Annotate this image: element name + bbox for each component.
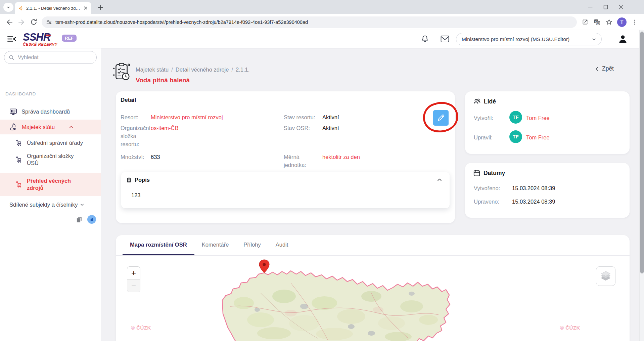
back-button[interactable] (3, 16, 15, 28)
edit-button[interactable] (433, 110, 449, 126)
asset-hand-icon (9, 123, 17, 131)
notifications-bell-icon[interactable] (421, 35, 429, 43)
map-marker-pin[interactable] (259, 260, 269, 273)
scrollbar-thumb[interactable] (640, 32, 644, 273)
search-icon (8, 54, 15, 61)
dates-heading: Datumy (484, 170, 505, 177)
updated-value: 15.03.2024 08:39 (512, 198, 555, 206)
cart-icon (15, 139, 22, 146)
people-icon (473, 98, 481, 105)
people-heading: Lidé (484, 98, 496, 105)
sidebar-item-organizacni-slozky-usu[interactable]: Organizační složky ÚSÚ (0, 151, 101, 169)
tab-close-icon[interactable] (83, 5, 89, 11)
tab-komentare[interactable]: Komentáře (194, 235, 236, 255)
new-tab-button[interactable] (96, 3, 105, 12)
map-layers-button[interactable] (596, 266, 615, 286)
back-button[interactable]: Zpět (595, 65, 614, 72)
browser-tab[interactable]: 2.1.1. - Detail věcného zdroje - (15, 2, 91, 14)
window-close-button[interactable] (613, 0, 629, 14)
browser-profile-avatar[interactable]: T (617, 17, 627, 27)
logo-secondary-text: ČESKÉ REZERVY (23, 42, 57, 46)
avatar[interactable]: TF (509, 130, 522, 143)
environment-badge: REF (62, 35, 77, 42)
screen: 2.1.1. - Detail věcného zdroje - tsm-ssh… (0, 0, 644, 341)
layers-icon (600, 270, 612, 282)
stav-osr-label: Stav OSR: (284, 124, 310, 132)
calendar-icon (473, 169, 480, 177)
open-in-new-icon[interactable] (579, 16, 591, 28)
clipboard-icon (126, 177, 132, 183)
stav-osr-value: Aktivní (322, 124, 339, 132)
zoom-out-button[interactable]: − (127, 280, 140, 292)
svg-text:G: G (597, 22, 599, 25)
czech-republic-map (116, 256, 629, 341)
search-input[interactable] (18, 54, 92, 60)
detail-heading: Detail (121, 97, 136, 103)
people-card-header: Lidé (473, 98, 496, 105)
zoom-in-button[interactable]: + (127, 267, 140, 280)
org-slozka-value-link[interactable]: os-item-ČB (151, 124, 179, 132)
user-profile-icon[interactable] (618, 34, 628, 44)
updated-label: Upraveno: (474, 198, 499, 206)
updated-by-label: Upravil: (474, 134, 493, 142)
tab-search-button[interactable] (3, 3, 13, 12)
tab-bar: Mapa rozmístění OSR Komentáře Přílohy Au… (116, 235, 630, 256)
tab-audit[interactable]: Audit (268, 235, 296, 255)
window-maximize-button[interactable] (598, 0, 613, 14)
address-bar[interactable]: tsm-sshr-prod.datalite.cloud/nouzove-hos… (42, 16, 577, 28)
browser-menu-kebab-icon[interactable] (629, 16, 641, 28)
favicon-signal-icon (18, 5, 24, 11)
sshr-logo[interactable]: SSHR ČESKÉ REZERVY (23, 32, 57, 46)
stav-resortu-label: Stav resortu: (284, 114, 315, 122)
stav-resortu-value: Aktivní (322, 114, 339, 122)
bookmark-star-icon[interactable] (603, 16, 615, 28)
merna-jednotka-label: Měrná jednotka: (284, 153, 314, 169)
sidebar-item-sprava-dashboardu[interactable]: Správa dashboardů (0, 104, 101, 119)
sidebar-toggle-button[interactable] (7, 35, 17, 43)
window-minimize-button[interactable] (583, 0, 598, 14)
sidebar-item-label: Přehled věcných zdrojů (27, 177, 82, 191)
avatar[interactable]: TF (509, 111, 522, 124)
page-scrollbar[interactable] (639, 30, 644, 341)
org-slozka-label: Organizační složka resortu: (121, 124, 153, 148)
site-settings-icon[interactable] (46, 19, 52, 26)
map-canvas[interactable]: + − © ČÚZK © ČÚZK (116, 256, 629, 341)
page-title: Voda pitná balená (136, 77, 190, 84)
resort-value-link[interactable]: Ministerstvo pro místní rozvoj (151, 114, 223, 122)
lock-badge[interactable] (87, 215, 96, 224)
breadcrumb-segment[interactable]: Majetek státu (136, 67, 169, 73)
created-by-label: Vytvořil: (474, 114, 493, 122)
tabs-card: Mapa rozmístění OSR Komentáře Přílohy Au… (116, 235, 630, 341)
sidebar: DASHBOARD Správa dashboardů Majetek stát… (0, 48, 101, 341)
updated-by-user-link[interactable]: Tom Free (526, 134, 550, 142)
copy-icon[interactable] (75, 215, 83, 223)
created-by-user-link[interactable]: Tom Free (526, 114, 550, 122)
translate-icon[interactable]: AG (591, 16, 603, 28)
forward-button[interactable] (15, 16, 28, 28)
resort-label: Resort: (121, 114, 138, 122)
sidebar-section-label: DASHBOARD (5, 91, 36, 96)
reload-button[interactable] (28, 16, 40, 28)
merna-jednotka-value-link[interactable]: hektolitr za den (322, 153, 360, 161)
mnozstvi-label: Množství: (121, 153, 144, 161)
sidebar-item-label: Organizační složky ÚSÚ (27, 153, 86, 166)
pencil-icon (437, 114, 445, 122)
map-attribution: © ČÚZK (131, 325, 151, 331)
detail-card: Detail Resort: Ministerstvo pro místní r… (116, 91, 455, 223)
dates-card-header: Datumy (473, 169, 505, 177)
breadcrumb-segment[interactable]: Detail věcného zdroje (176, 67, 229, 73)
organization-select[interactable]: Ministerstvo pro místní rozvoj (MS.USU.E… (456, 33, 602, 45)
tab-mapa-rozmisteni-osr[interactable]: Mapa rozmístění OSR (123, 235, 194, 255)
sidebar-item-sdilene-subjekty[interactable]: Sdílené subjekty a číselníky (9, 202, 84, 208)
sidebar-item-majetek-statu[interactable]: Majetek státu (0, 120, 101, 134)
messages-mail-icon[interactable] (441, 35, 449, 43)
sidebar-item-prehled-vecnych-zdroju[interactable]: Přehled věcných zdrojů (0, 173, 101, 196)
sidebar-item-label: Sdílené subjekty a číselníky (9, 202, 78, 208)
collapse-button[interactable] (437, 177, 442, 182)
sidebar-item-ustredni-spravni-urady[interactable]: Ústřední správní úřady (0, 136, 101, 150)
tab-prilohy[interactable]: Přílohy (236, 235, 268, 255)
people-card: Lidé Vytvořil: TF Tom Free Upravil: TF T… (465, 91, 630, 154)
chevron-left-icon (595, 66, 599, 72)
popis-header[interactable]: Popis (126, 177, 150, 183)
sidebar-search[interactable] (4, 51, 97, 64)
